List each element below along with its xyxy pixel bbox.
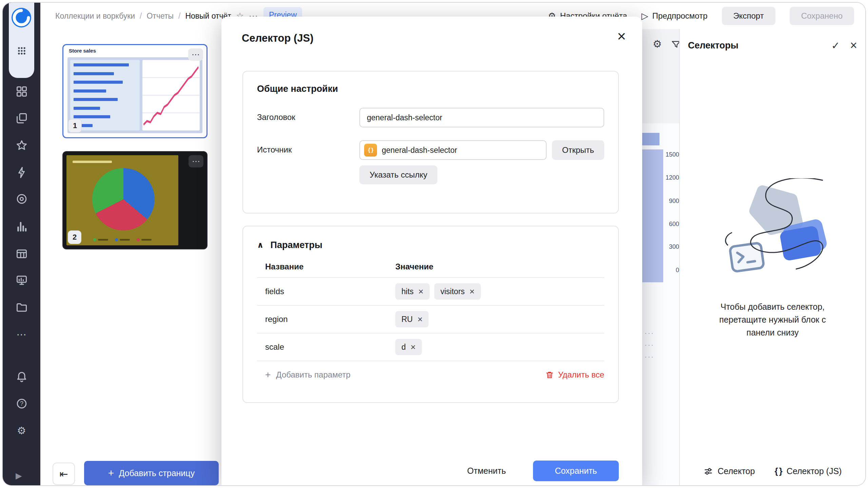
breadcrumb-collections[interactable]: Коллекции и воркбуки [55, 12, 135, 21]
param-name: scale [257, 342, 395, 352]
source-input[interactable]: { } general-dash-selector [359, 140, 547, 160]
param-row-scale: scale d × [257, 333, 604, 361]
page2-menu-icon[interactable]: ⋯ [189, 155, 203, 167]
axis-label: 300 [658, 243, 679, 250]
mini-chart-title [73, 161, 112, 163]
page-thumbnail-2[interactable]: 2 ⋯ [62, 151, 208, 249]
param-chip[interactable]: d × [395, 339, 422, 355]
page1-menu-icon[interactable]: ⋯ [188, 48, 203, 61]
source-value: general-dash-selector [382, 146, 457, 155]
param-chip[interactable]: RU × [395, 311, 429, 327]
saved-button[interactable]: Сохранено [790, 7, 854, 25]
chip-label: d [401, 343, 406, 352]
selectors-panel: Селекторы ✓ × Чтобы добавить селектор, п… [679, 29, 865, 485]
chip-close-icon[interactable]: × [418, 287, 423, 296]
truncated-label: ··· [645, 353, 654, 361]
help-icon[interactable]: ? [3, 394, 40, 413]
quick-actions-icon[interactable] [3, 163, 40, 182]
chip-label: hits [401, 287, 414, 296]
collections-icon[interactable] [3, 108, 40, 128]
settings-icon[interactable]: ⚙ [3, 421, 40, 441]
trash-icon [545, 370, 554, 379]
column-name: Название [257, 262, 395, 271]
parameters-table-header: Название Значение [257, 256, 604, 278]
add-parameter-button[interactable]: + Добавить параметр [257, 369, 351, 380]
preview-label: Предпросмотр [652, 11, 708, 21]
app-window: ⋯ ? ⚙ ▶ Коллекции и воркбуки / Отчеты / … [2, 2, 866, 486]
chip-label: visitors [440, 287, 465, 296]
source-row: Источник { } general-dash-selector Откры… [257, 140, 604, 184]
panel-close-icon[interactable]: × [850, 39, 857, 52]
folder-icon[interactable] [3, 298, 40, 317]
dashboards-icon[interactable] [3, 82, 40, 101]
status-rings-icon[interactable] [3, 189, 40, 209]
braces-icon: { } [774, 466, 782, 476]
datalens-logo-icon[interactable] [11, 7, 32, 30]
collapse-chevron-icon[interactable]: ∧ [257, 240, 264, 250]
empty-state-caption: Чтобы добавить селектор, перетащите нужн… [690, 300, 855, 339]
breadcrumb-reports[interactable]: Отчеты [146, 12, 174, 21]
selector-block-label: Селектор [718, 466, 755, 476]
sidebar-expand-icon[interactable]: ▶ [16, 471, 22, 481]
mini-pie-chart [92, 168, 155, 230]
chip-close-icon[interactable]: × [417, 315, 422, 324]
charts-icon[interactable] [3, 217, 40, 237]
chip-close-icon[interactable]: × [470, 287, 475, 296]
save-button[interactable]: Сохранить [533, 461, 619, 481]
collapse-panel-button[interactable]: ⇤ [53, 463, 75, 485]
sliders-icon [704, 467, 713, 476]
delete-all-button[interactable]: Удалить все [545, 370, 604, 380]
monitor-icon[interactable] [3, 270, 40, 290]
add-page-button[interactable]: + Добавить страницу [84, 461, 219, 485]
notifications-icon[interactable] [3, 367, 40, 386]
specify-link-button[interactable]: Указать ссылку [359, 165, 437, 184]
pages-panel: Store sales 1 ⋯ [40, 29, 221, 485]
param-chip[interactable]: visitors × [434, 283, 481, 300]
tables-icon[interactable] [3, 244, 40, 264]
open-source-button[interactable]: Открыть [552, 140, 604, 160]
parameters-footer: + Добавить параметр Удалить все [257, 361, 604, 388]
parameters-card: ∧ Параметры Название Значение fields hit… [242, 226, 619, 403]
page2-number-badge: 2 [68, 230, 81, 244]
selector-js-block[interactable]: { } Селектор (JS) [774, 466, 842, 476]
axis-label: 600 [658, 221, 679, 228]
breadcrumb-separator: / [178, 12, 180, 21]
plus-icon: + [108, 467, 114, 479]
chip-label: RU [401, 315, 413, 324]
page1-preview [67, 57, 202, 133]
terminal-icon [729, 243, 764, 272]
axis-label: 1200 [658, 174, 679, 181]
widget-gear-icon[interactable]: ⚙ [653, 38, 662, 50]
cancel-button[interactable]: Отменить [467, 466, 506, 476]
favorites-icon[interactable] [3, 136, 40, 155]
title-input[interactable] [359, 108, 604, 127]
delete-all-label: Удалить все [558, 370, 604, 380]
page2-preview [66, 155, 178, 245]
breadcrumb-separator: / [140, 12, 142, 21]
selector-block[interactable]: Селектор [704, 466, 755, 476]
param-name: fields [257, 287, 395, 296]
js-source-badge-icon: { } [364, 144, 377, 157]
axis-label: 0 [658, 267, 679, 274]
modal-footer: Отменить Сохранить [467, 461, 619, 481]
modal-close-icon[interactable]: × [617, 29, 626, 44]
page-thumbnail-1[interactable]: Store sales 1 ⋯ [62, 44, 208, 138]
apply-check-icon[interactable]: ✓ [831, 40, 840, 52]
export-button[interactable]: Экспорт [722, 7, 775, 25]
selector-js-block-label: Селектор (JS) [787, 466, 842, 476]
general-settings-card: Общие настройки Заголовок Источник { } g… [242, 71, 619, 214]
selector-blocks-tray: Селектор { } Селектор (JS) [680, 466, 865, 476]
column-value: Значение [395, 262, 604, 271]
param-chip[interactable]: hits × [395, 283, 430, 300]
param-row-region: region RU × [257, 306, 604, 333]
selectors-header: Селекторы ✓ × [688, 35, 857, 56]
truncated-label: ··· [645, 341, 654, 349]
svg-text:?: ? [20, 400, 23, 407]
preview-button[interactable]: ▷ Предпросмотр [642, 11, 708, 21]
chip-close-icon[interactable]: × [411, 343, 416, 351]
param-name: region [257, 314, 395, 324]
plus-icon: + [265, 369, 271, 380]
more-nav-icon[interactable]: ⋯ [3, 325, 40, 344]
apps-grid-icon[interactable] [17, 46, 26, 57]
sidebar: ⋯ ? ⚙ ▶ [3, 3, 40, 485]
